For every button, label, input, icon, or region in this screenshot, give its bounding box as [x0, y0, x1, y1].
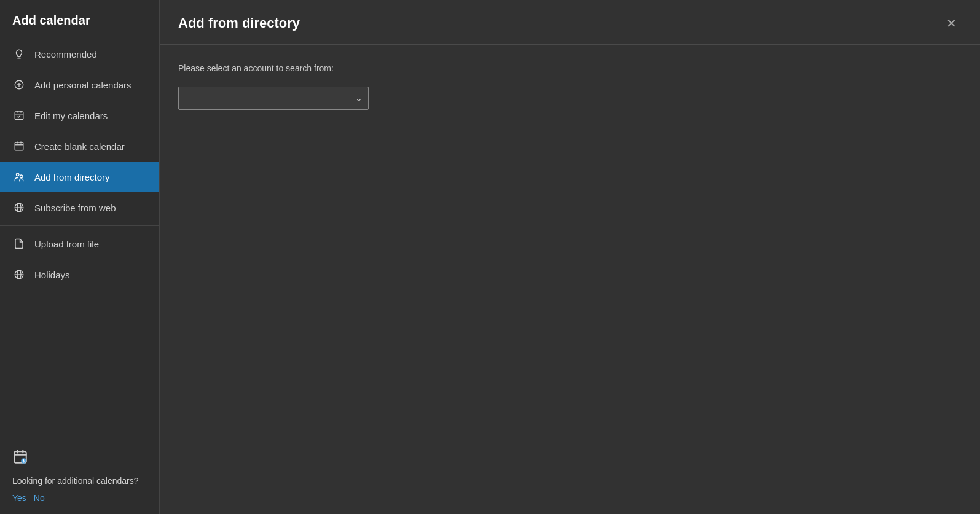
account-select[interactable]	[178, 87, 369, 110]
yes-link[interactable]: Yes	[12, 493, 26, 503]
sidebar-item-label: Upload from file	[34, 239, 99, 249]
svg-point-25	[23, 462, 24, 462]
circle-plus-icon	[12, 78, 26, 92]
globe-chain-icon	[12, 201, 26, 214]
sidebar-item-label: Recommended	[34, 49, 97, 60]
sidebar-item-label: Create blank calendar	[34, 141, 125, 152]
sidebar-title: Add calendar	[0, 0, 159, 39]
sidebar-item-edit-my[interactable]: Edit my calendars	[0, 100, 159, 131]
sidebar-item-create-blank[interactable]: Create blank calendar	[0, 131, 159, 162]
add-calendar-modal: Add calendar Recommended Add personal ca…	[0, 0, 980, 514]
main-title: Add from directory	[178, 15, 300, 31]
calendar-notification-icon	[12, 449, 147, 469]
lightbulb-icon	[12, 47, 26, 61]
sidebar-item-label: Add personal calendars	[34, 80, 131, 90]
sidebar-item-add-personal[interactable]: Add personal calendars	[0, 69, 159, 100]
sidebar-item-label: Holidays	[34, 270, 70, 280]
main-content: Add from directory ✕ Please select an ac…	[160, 0, 980, 514]
close-button[interactable]: ✕	[941, 14, 962, 33]
sidebar-footer-links: Yes No	[12, 493, 147, 503]
people-icon	[12, 170, 26, 184]
sidebar-item-upload-from-file[interactable]: Upload from file	[0, 228, 159, 259]
sidebar-item-label: Edit my calendars	[34, 111, 108, 121]
file-upload-icon	[12, 237, 26, 251]
account-select-wrapper: ⌄	[178, 87, 369, 110]
svg-point-12	[20, 175, 23, 178]
sidebar-item-label: Add from directory	[34, 172, 110, 182]
sidebar: Add calendar Recommended Add personal ca…	[0, 0, 160, 514]
additional-calendars-text: Looking for additional calendars?	[12, 476, 147, 486]
main-body: Please select an account to search from:…	[160, 45, 980, 128]
svg-point-11	[17, 173, 20, 176]
sidebar-item-recommended[interactable]: Recommended	[0, 39, 159, 69]
sidebar-divider	[0, 225, 159, 226]
sidebar-item-subscribe-from-web[interactable]: Subscribe from web	[0, 192, 159, 223]
svg-rect-7	[15, 142, 23, 150]
svg-rect-3	[15, 112, 23, 120]
sidebar-item-holidays[interactable]: Holidays	[0, 259, 159, 290]
calendar-edit-icon	[12, 109, 26, 122]
globe-icon	[12, 268, 26, 281]
account-prompt-label: Please select an account to search from:	[178, 63, 962, 73]
calendar-blank-icon	[12, 139, 26, 153]
sidebar-footer: Looking for additional calendars? Yes No	[0, 438, 159, 514]
sidebar-item-label: Subscribe from web	[34, 203, 116, 213]
main-header: Add from directory ✕	[160, 0, 980, 45]
no-link[interactable]: No	[34, 493, 45, 503]
sidebar-item-add-from-directory[interactable]: Add from directory	[0, 162, 159, 192]
